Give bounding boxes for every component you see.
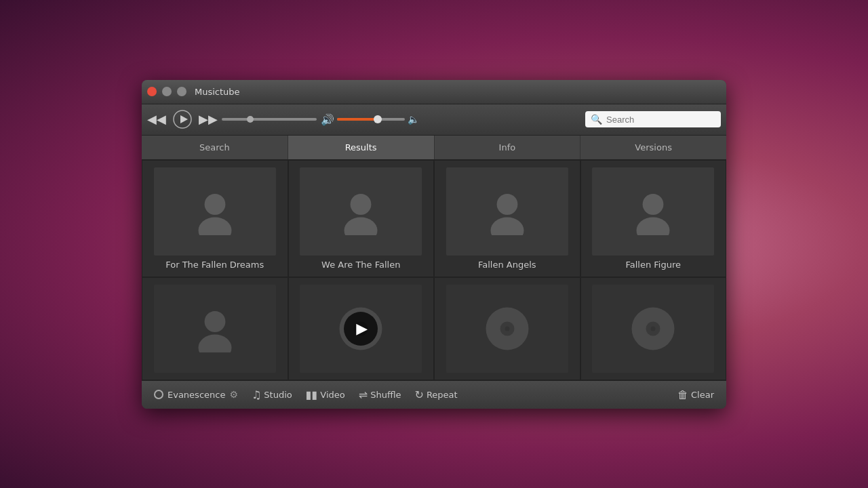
item-label-1: For The Fallen Dreams: [149, 260, 281, 270]
item-label-4: Fallen Figure: [588, 260, 719, 270]
svg-point-8: [643, 194, 664, 215]
svg-point-17: [505, 326, 509, 331]
video-label: Video: [320, 390, 344, 400]
repeat-item[interactable]: ↻ Repeat: [409, 386, 462, 404]
svg-point-10: [204, 311, 225, 332]
radio-icon: [154, 390, 163, 399]
repeat-label: Repeat: [427, 390, 458, 400]
statusbar: Evanescence ⚙ ♫ Studio ▮▮ Video ⇌ Shuffl…: [142, 380, 726, 409]
album-art-6: ▶: [300, 285, 422, 373]
person-icon-3: [484, 188, 531, 235]
disc-icon-7: [484, 305, 531, 352]
grid-item-8[interactable]: [580, 277, 727, 380]
person-icon-5: [191, 305, 239, 352]
shuffle-item[interactable]: ⇌ Shuffle: [353, 386, 407, 404]
person-icon-2: [337, 188, 384, 235]
tab-info[interactable]: Info: [435, 136, 581, 159]
album-art-2: [300, 167, 422, 256]
grid-item-2[interactable]: We Are The Fallen: [288, 160, 435, 277]
video-icon: ▮▮: [306, 388, 318, 401]
window-title: Musictube: [195, 87, 240, 97]
album-art-7: [446, 285, 568, 373]
play-overlay-icon: ▶: [356, 320, 368, 337]
app-window: Musictube ◀◀ ▶▶ 🔊 🔈 🔍: [142, 80, 726, 409]
search-input[interactable]: [606, 115, 720, 125]
album-art-1: [154, 167, 276, 256]
search-box: 🔍: [585, 111, 721, 127]
grid-item-7[interactable]: [434, 277, 580, 380]
artist-label: Evanescence: [167, 390, 225, 400]
person-icon-4: [629, 188, 677, 235]
person-icon-1: [191, 188, 239, 235]
svg-point-20: [651, 326, 656, 331]
grid-item-1[interactable]: For The Fallen Dreams: [142, 160, 288, 277]
album-art-3: [446, 167, 568, 256]
volume-icon: 🔊: [321, 113, 334, 126]
tab-search[interactable]: Search: [142, 136, 288, 159]
clear-label: Clear: [691, 390, 714, 400]
svg-point-9: [637, 217, 670, 235]
volume-fill: [337, 118, 378, 121]
artist-settings-icon: ⚙: [229, 389, 238, 400]
tab-versions[interactable]: Versions: [580, 136, 726, 159]
grid-item-5[interactable]: [142, 277, 288, 380]
content-grid: For The Fallen Dreams We Are The Fallen …: [142, 160, 726, 380]
svg-point-11: [198, 334, 231, 352]
svg-point-7: [490, 217, 524, 235]
volume-max-icon: 🔈: [408, 114, 419, 125]
toolbar: ◀◀ ▶▶ 🔊 🔈 🔍: [142, 104, 726, 136]
svg-marker-1: [180, 115, 188, 123]
svg-point-3: [198, 217, 231, 235]
minimize-button[interactable]: [162, 87, 172, 96]
maximize-button[interactable]: [177, 87, 186, 96]
progress-bar[interactable]: [222, 118, 317, 121]
grid-item-4[interactable]: Fallen Figure: [580, 160, 727, 277]
play-button[interactable]: [170, 107, 195, 131]
studio-item[interactable]: ♫ Studio: [246, 386, 298, 404]
tabs-bar: Search Results Info Versions: [142, 136, 726, 160]
svg-point-2: [204, 194, 225, 215]
item-label-2: We Are The Fallen: [296, 260, 427, 270]
svg-point-5: [344, 217, 378, 235]
close-button[interactable]: [147, 87, 157, 96]
volume-area: 🔊 🔈: [321, 113, 419, 126]
shuffle-icon: ⇌: [359, 388, 368, 401]
search-icon: 🔍: [591, 114, 602, 125]
studio-label: Studio: [264, 390, 292, 400]
album-art-8: [592, 285, 714, 373]
album-art-5: [154, 285, 276, 373]
disc-icon-8: [629, 305, 677, 352]
svg-point-4: [351, 194, 372, 215]
studio-icon: ♫: [252, 388, 261, 401]
volume-thumb: [374, 115, 382, 123]
tab-results[interactable]: Results: [288, 136, 435, 159]
progress-area[interactable]: [222, 118, 317, 121]
album-art-4: [592, 167, 714, 256]
next-button[interactable]: ▶▶: [199, 110, 218, 129]
svg-point-6: [496, 194, 517, 215]
item-label-3: Fallen Angels: [441, 260, 573, 270]
play-icon: [173, 110, 192, 129]
grid-item-6[interactable]: ▶: [288, 277, 435, 380]
volume-bar[interactable]: [337, 118, 405, 121]
clear-item[interactable]: 🗑 Clear: [672, 386, 719, 404]
previous-button[interactable]: ◀◀: [147, 110, 166, 129]
play-overlay[interactable]: ▶: [344, 312, 378, 346]
titlebar: Musictube: [142, 80, 726, 104]
video-item[interactable]: ▮▮ Video: [300, 386, 351, 404]
progress-thumb: [247, 116, 254, 123]
clear-icon: 🗑: [677, 388, 688, 401]
shuffle-label: Shuffle: [370, 390, 401, 400]
grid-item-3[interactable]: Fallen Angels: [434, 160, 580, 277]
artist-item[interactable]: Evanescence ⚙: [149, 386, 243, 403]
repeat-icon: ↻: [414, 388, 423, 401]
